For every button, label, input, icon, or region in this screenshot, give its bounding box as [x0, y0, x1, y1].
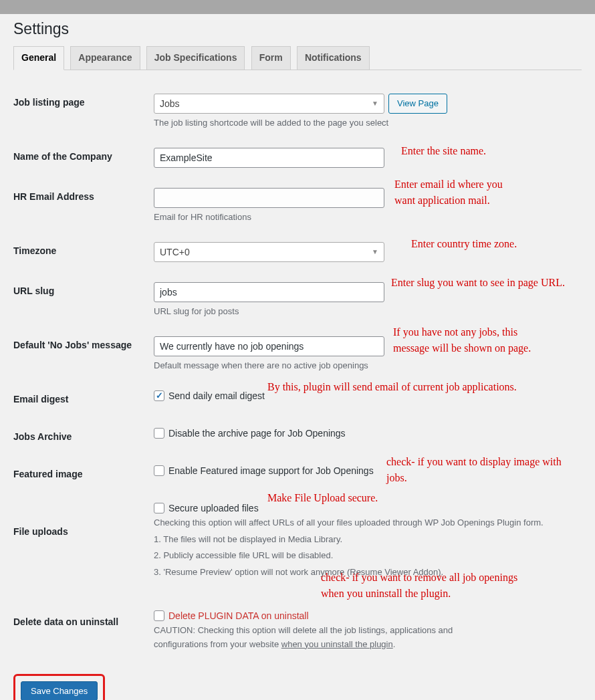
label-hr-email: HR Email Address [13, 178, 154, 232]
annotation-timezone: Enter country time zone. [411, 236, 517, 252]
delete-data-checkbox[interactable] [154, 610, 164, 621]
timezone-value: UTC+0 [160, 247, 190, 257]
tab-notifications[interactable]: Notifications [297, 46, 370, 70]
file-uploads-checkbox[interactable] [154, 503, 164, 513]
label-featured-image: Featured image [13, 455, 154, 493]
annotation-file-uploads: Make File Upload secure. [267, 490, 378, 506]
job-listing-value: Jobs [160, 98, 180, 109]
annotation-company-name: Enter the site name. [401, 143, 486, 159]
label-job-listing: Job listing page [13, 84, 154, 138]
email-digest-cb-label: Send daily email digest [168, 390, 265, 401]
url-slug-input[interactable] [154, 282, 384, 302]
hr-email-input[interactable] [154, 188, 384, 208]
file-uploads-desc-1: 1. The files will not be displayed in Me… [154, 533, 582, 547]
tab-job-specifications[interactable]: Job Specifications [146, 46, 245, 70]
no-jobs-description: Default message when there are no active… [154, 360, 582, 370]
annotation-hr-email: Enter email id where you want applicatio… [394, 177, 503, 209]
company-name-input[interactable] [154, 148, 384, 168]
annotation-url-slug: Enter slug you want to see in page URL. [391, 275, 565, 291]
label-delete-data: Delete data on uninstall [13, 590, 154, 662]
tab-appearance[interactable]: Appearance [70, 46, 140, 70]
save-highlight-box: Save Changes [13, 674, 105, 700]
chevron-down-icon: ▼ [372, 100, 378, 107]
label-file-uploads: File uploads [13, 493, 154, 590]
job-listing-select[interactable]: Jobs ▼ [154, 94, 384, 114]
label-email-digest: Email digest [13, 380, 154, 418]
featured-image-cb-label: Enable Featured image support for Job Op… [168, 465, 374, 476]
save-changes-button[interactable]: Save Changes [21, 681, 98, 700]
chevron-down-icon: ▼ [372, 248, 378, 255]
top-bar [0, 0, 595, 14]
label-jobs-archive: Jobs Archive [13, 418, 154, 455]
featured-image-checkbox[interactable] [154, 465, 164, 476]
jobs-archive-checkbox[interactable] [154, 428, 164, 439]
annotation-email-digest: By this, plugin will send email of curre… [267, 379, 517, 395]
delete-data-cb-label: Delete PLUGIN DATA on uninstall [168, 610, 309, 621]
tabs: General Appearance Job Specifications Fo… [13, 46, 582, 70]
no-jobs-input[interactable] [154, 336, 384, 356]
label-url-slug: URL slug [13, 272, 154, 326]
label-no-jobs: Default 'No Jobs' message [13, 326, 154, 380]
file-uploads-desc-intro: Checking this option will affect URLs of… [154, 516, 582, 530]
tab-form[interactable]: Form [251, 46, 291, 70]
annotation-delete-data: check- if you want to remove all job ope… [321, 570, 517, 602]
tab-general[interactable]: General [13, 46, 64, 70]
url-slug-description: URL slug for job posts [154, 306, 582, 316]
file-uploads-cb-label: Secure uploaded files [168, 503, 259, 513]
email-digest-checkbox[interactable] [154, 390, 164, 401]
timezone-select[interactable]: UTC+0 ▼ [154, 242, 384, 262]
annotation-featured-image: check- if you want to display image with… [386, 454, 582, 486]
file-uploads-desc-2: 2. Publicly accessible file URL will be … [154, 549, 582, 563]
job-listing-description: The job listing shortcode will be added … [154, 118, 582, 128]
jobs-archive-cb-label: Disable the archive page for Job Opening… [168, 428, 346, 439]
hr-email-description: Email for HR notifications [154, 212, 582, 222]
view-page-button[interactable]: View Page [388, 94, 447, 114]
page-title: Settings [13, 14, 582, 46]
delete-data-caution: CAUTION: Checking this option will delet… [154, 624, 475, 652]
delete-caution-link[interactable]: when you uninstall the plugin [281, 639, 393, 649]
label-timezone: Timezone [13, 232, 154, 272]
annotation-no-jobs: If you have not any jobs, this message w… [393, 324, 531, 356]
label-company-name: Name of the Company [13, 138, 154, 178]
